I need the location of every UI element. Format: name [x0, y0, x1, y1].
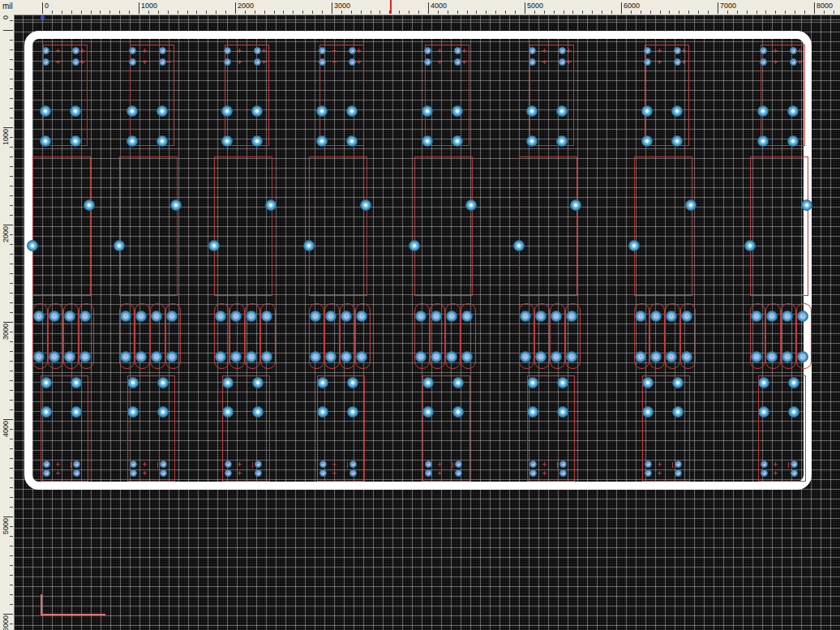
pad-large[interactable] — [33, 311, 45, 322]
pad-large[interactable] — [261, 351, 272, 362]
pad-large[interactable] — [461, 351, 473, 362]
pad-small[interactable] — [761, 469, 768, 477]
pad-large[interactable] — [347, 406, 358, 418]
pad-large[interactable] — [788, 377, 799, 388]
pad-small[interactable] — [529, 461, 537, 468]
pad-large[interactable] — [208, 240, 220, 251]
pad-large[interactable] — [409, 240, 420, 251]
pad-small[interactable] — [129, 47, 136, 54]
pad-large[interactable] — [41, 377, 52, 388]
pad-large[interactable] — [325, 351, 336, 362]
pad-large[interactable] — [797, 311, 808, 322]
pad-large[interactable] — [415, 311, 426, 322]
pad-small[interactable] — [559, 58, 566, 66]
pad-small[interactable] — [529, 469, 537, 477]
pad-small[interactable] — [675, 469, 682, 477]
pad-large[interactable] — [570, 199, 581, 211]
pad-small[interactable] — [424, 47, 431, 54]
component-row2-outline[interactable] — [750, 156, 808, 296]
pad-large[interactable] — [782, 351, 793, 362]
pad-large[interactable] — [628, 240, 640, 251]
pad-large[interactable] — [520, 311, 531, 322]
pad-large[interactable] — [346, 135, 358, 147]
component-row2-outline[interactable] — [309, 156, 367, 296]
pad-large[interactable] — [265, 199, 276, 211]
component-row2-outline[interactable] — [214, 156, 272, 296]
pad-large[interactable] — [431, 351, 442, 362]
pad-large[interactable] — [166, 351, 178, 362]
pad-small[interactable] — [255, 461, 262, 468]
pad-large[interactable] — [316, 135, 328, 147]
pad-large[interactable] — [64, 311, 75, 322]
pad-large[interactable] — [310, 351, 321, 362]
pad-large[interactable] — [766, 311, 778, 322]
pad-small[interactable] — [454, 58, 461, 66]
pad-large[interactable] — [452, 377, 464, 388]
pad-large[interactable] — [751, 351, 762, 362]
pad-large[interactable] — [556, 105, 568, 117]
pad-small[interactable] — [644, 58, 651, 66]
pad-large[interactable] — [551, 351, 562, 362]
pad-large[interactable] — [758, 406, 769, 418]
pad-large[interactable] — [557, 377, 568, 388]
pad-large[interactable] — [347, 377, 358, 388]
pad-large[interactable] — [666, 351, 677, 362]
pad-large[interactable] — [452, 105, 463, 117]
pad-large[interactable] — [303, 240, 315, 251]
pad-large[interactable] — [787, 105, 799, 117]
pad-small[interactable] — [349, 47, 356, 54]
pad-large[interactable] — [681, 351, 692, 362]
pad-small[interactable] — [73, 469, 80, 477]
pad-large[interactable] — [156, 135, 168, 147]
pad-large[interactable] — [431, 311, 442, 322]
pad-large[interactable] — [157, 406, 169, 418]
pad-small[interactable] — [130, 469, 137, 477]
pad-small[interactable] — [159, 47, 166, 54]
component-row2-outline[interactable] — [519, 156, 577, 296]
pad-small[interactable] — [43, 469, 50, 477]
pad-large[interactable] — [341, 351, 352, 362]
pad-large[interactable] — [70, 135, 81, 147]
pad-large[interactable] — [126, 135, 138, 147]
pad-small[interactable] — [255, 469, 262, 477]
component-row2-outline[interactable] — [32, 156, 91, 296]
pad-large[interactable] — [557, 406, 568, 418]
pad-large[interactable] — [526, 105, 538, 117]
pad-large[interactable] — [787, 135, 799, 147]
pad-small[interactable] — [73, 461, 80, 468]
pad-large[interactable] — [114, 240, 125, 251]
pad-large[interactable] — [49, 351, 60, 362]
pad-large[interactable] — [782, 311, 793, 322]
pad-large[interactable] — [641, 105, 653, 117]
pad-small[interactable] — [559, 461, 567, 468]
pad-large[interactable] — [120, 351, 131, 362]
pad-small[interactable] — [761, 461, 768, 468]
pad-small[interactable] — [254, 47, 261, 54]
pad-small[interactable] — [72, 58, 79, 66]
pad-small[interactable] — [674, 58, 681, 66]
pad-large[interactable] — [71, 377, 82, 388]
pad-small[interactable] — [791, 469, 798, 477]
pad-large[interactable] — [27, 240, 38, 251]
pad-large[interactable] — [49, 311, 60, 322]
pad-small[interactable] — [159, 58, 166, 66]
pad-large[interactable] — [642, 406, 654, 418]
pad-small[interactable] — [529, 47, 536, 54]
pad-large[interactable] — [461, 311, 473, 322]
pad-small[interactable] — [425, 461, 432, 468]
pad-large[interactable] — [120, 311, 131, 322]
pad-large[interactable] — [422, 406, 434, 418]
pad-large[interactable] — [356, 351, 367, 362]
pad-large[interactable] — [215, 351, 226, 362]
pad-small[interactable] — [559, 469, 567, 477]
pad-small[interactable] — [674, 47, 681, 54]
pad-large[interactable] — [671, 135, 683, 147]
pad-small[interactable] — [349, 461, 357, 468]
pad-large[interactable] — [251, 105, 263, 117]
pad-large[interactable] — [758, 377, 769, 388]
pad-large[interactable] — [325, 311, 336, 322]
pad-large[interactable] — [666, 311, 677, 322]
pad-large[interactable] — [526, 135, 538, 147]
pad-large[interactable] — [671, 105, 683, 117]
pad-large[interactable] — [757, 135, 769, 147]
